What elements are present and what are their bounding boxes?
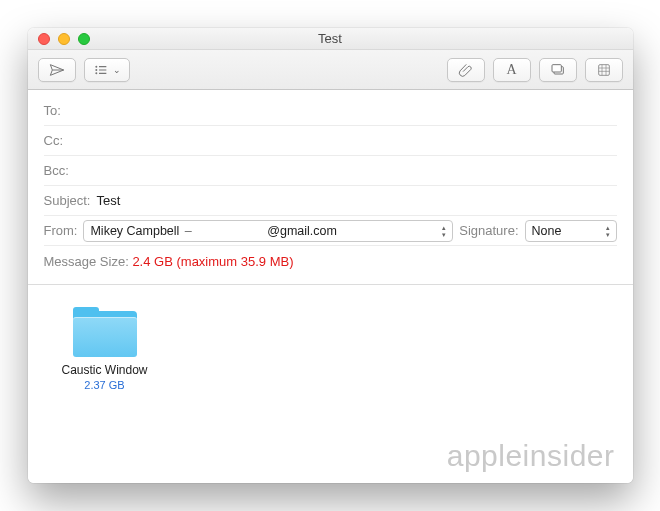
compose-window: Test ⌄ A [28,28,633,483]
close-icon[interactable] [38,33,50,45]
svg-rect-8 [552,64,561,71]
from-label: From: [44,223,78,238]
attach-button[interactable] [447,58,485,82]
signature-label: Signature: [459,223,518,238]
from-select[interactable]: Mikey Campbell – @gmail.com ▴▾ [83,220,453,242]
window-controls [28,33,90,45]
from-domain: @gmail.com [267,224,337,238]
to-row[interactable]: To: [44,96,617,126]
bcc-row[interactable]: Bcc: [44,156,617,186]
paper-plane-icon [49,62,65,78]
header-fields: To: Cc: Bcc: Subject: Test From: Mikey C… [28,90,633,285]
cc-row[interactable]: Cc: [44,126,617,156]
photo-browser-button[interactable] [539,58,577,82]
font-A-icon: A [506,62,516,78]
svg-point-1 [95,65,97,67]
emoji-icon [596,62,612,78]
from-name: Mikey Campbell [90,224,179,238]
cc-label: Cc: [44,133,64,148]
stepper-icon: ▴▾ [442,224,446,238]
svg-point-5 [95,72,97,74]
photo-browser-icon [550,62,566,78]
format-button[interactable]: A [493,58,531,82]
bcc-label: Bcc: [44,163,69,178]
to-label: To: [44,103,61,118]
from-row: From: Mikey Campbell – @gmail.com ▴▾ Sig… [44,216,617,246]
signature-select[interactable]: None ▴▾ [525,220,617,242]
send-button[interactable] [38,58,76,82]
message-body[interactable]: Caustic Window 2.37 GB appleinsider [28,285,633,483]
attachment-name: Caustic Window [61,363,147,377]
message-size-row: Message Size: 2.4 GB (maximum 35.9 MB) [44,246,617,276]
zoom-icon[interactable] [78,33,90,45]
emoji-button[interactable] [585,58,623,82]
stepper-icon: ▴▾ [606,224,610,238]
watermark: appleinsider [447,439,615,473]
toolbar: ⌄ A [28,50,633,90]
list-bullets-icon [93,62,109,78]
attachment[interactable]: Caustic Window 2.37 GB [50,307,160,391]
subject-row[interactable]: Subject: Test [44,186,617,216]
message-size-label: Message Size: [44,254,129,269]
chevron-down-icon: ⌄ [113,65,121,75]
window-title: Test [28,31,633,46]
minimize-icon[interactable] [58,33,70,45]
svg-rect-9 [598,64,609,75]
header-fields-button[interactable]: ⌄ [84,58,130,82]
subject-field[interactable]: Test [96,193,616,208]
signature-value: None [532,224,602,238]
folder-icon [70,307,140,361]
from-redacted [197,225,267,237]
message-size-warning: 2.4 GB (maximum 35.9 MB) [132,254,293,269]
subject-label: Subject: [44,193,91,208]
paperclip-icon [458,62,474,78]
titlebar: Test [28,28,633,50]
svg-point-3 [95,69,97,71]
attachment-size: 2.37 GB [84,379,124,391]
